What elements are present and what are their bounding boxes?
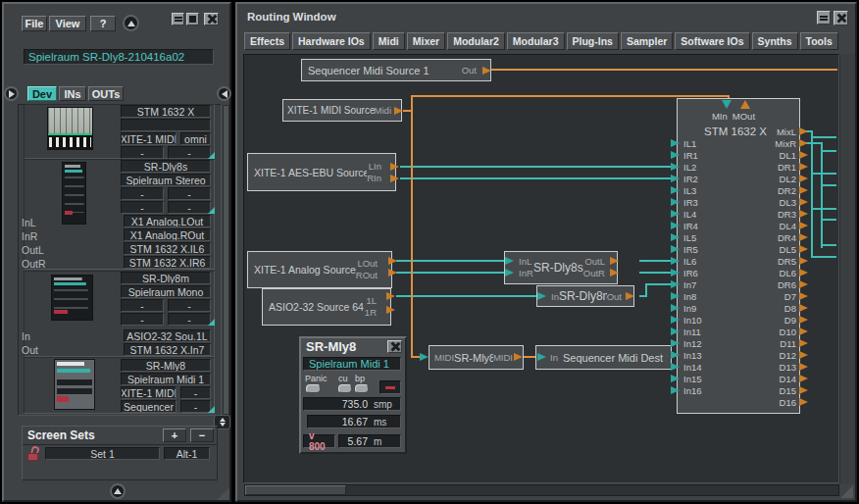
wire-mix-bus-tap[interactable]	[811, 173, 836, 175]
tab-scroll-right-button[interactable]	[217, 86, 231, 101]
routing-tab[interactable]: Effects	[244, 32, 290, 50]
wire-mix-bus-v1[interactable]	[811, 130, 813, 258]
input-arrow-icon[interactable]	[505, 257, 514, 265]
stm-input-port[interactable]: IR6	[671, 267, 739, 278]
output-arrow-icon[interactable]	[388, 257, 397, 265]
device-field[interactable]: -	[121, 201, 164, 214]
stm-input-port[interactable]: IL3	[671, 184, 739, 196]
routing-tab[interactable]: Tools	[800, 32, 838, 50]
output-arrow-icon[interactable]	[388, 269, 397, 277]
stm-output-port[interactable]: D9	[737, 314, 808, 326]
device-name-field[interactable]: SR-Dly8m	[121, 272, 211, 284]
stm-input-port[interactable]: In10	[671, 314, 739, 326]
stm-output-port[interactable]: D15	[737, 384, 808, 396]
wire-seq-out[interactable]	[491, 69, 837, 71]
stm-input-port[interactable]: IL1	[671, 137, 739, 149]
version-field[interactable]: v 800	[303, 434, 335, 448]
routing-close-button[interactable]	[834, 11, 848, 25]
input-arrow-icon[interactable]	[505, 269, 514, 277]
output-arrow-icon[interactable]	[390, 175, 399, 182]
wire-dly8m-out-seg2[interactable]	[645, 283, 647, 297]
module-sr-dly8s[interactable]: InL InR SR-Dly8s OutL OutR	[504, 251, 618, 284]
module-sr-dly8m[interactable]: In SR-Dly8m Out	[536, 285, 634, 307]
output-arrow-icon[interactable]	[610, 257, 619, 265]
bottom-collapse-button[interactable]	[110, 483, 126, 499]
stm-input-port[interactable]: IR1	[671, 149, 739, 161]
screen-set-alt-field[interactable]: Alt-1	[164, 447, 210, 460]
wire-mix-bus-tap[interactable]	[821, 244, 836, 246]
screen-set-remove-button[interactable]: −	[190, 428, 214, 442]
stm-input-port[interactable]: IR4	[671, 220, 739, 231]
port-assignment-field[interactable]: STM 1632 X.IR6	[124, 256, 211, 269]
stm-output-port[interactable]: D11	[737, 337, 808, 349]
output-arrow-icon[interactable]	[514, 353, 523, 361]
wire-dly8m-out-to-in7[interactable]	[645, 283, 672, 285]
routing-tab[interactable]: Modular2	[447, 32, 505, 50]
device-field[interactable]: -	[121, 313, 164, 326]
output-arrow-icon[interactable]	[386, 306, 395, 314]
stm-output-port[interactable]: D14	[737, 373, 808, 384]
routing-tab[interactable]: Software IOs	[675, 32, 749, 50]
routing-tab[interactable]: Hardware IOs	[292, 32, 371, 50]
record-display[interactable]	[379, 380, 401, 394]
routing-tab[interactable]: Plug-Ins	[567, 32, 619, 50]
stm-input-port[interactable]: In7	[671, 278, 739, 290]
minimize-button[interactable]	[172, 13, 184, 25]
close-button[interactable]	[204, 13, 219, 25]
stm-output-port[interactable]: MixL	[737, 126, 808, 137]
module-xite-analog-source[interactable]: XITE-1 Analog Source LOut ROut	[247, 251, 392, 288]
stm-input-port[interactable]: In15	[671, 373, 739, 384]
stm-output-port[interactable]: D8	[737, 302, 808, 314]
output-arrow-icon[interactable]	[610, 269, 619, 277]
wire-mix-bus-tap[interactable]	[811, 208, 836, 210]
device-field[interactable]: Spielraum Stereo	[121, 174, 211, 186]
routing-tab[interactable]: Mixer	[407, 32, 445, 50]
stm-output-port[interactable]: DL3	[737, 196, 808, 208]
module-asio-source[interactable]: ASIO2-32 Source 64 1L 1R	[262, 288, 391, 326]
resize-grip-icon[interactable]	[217, 487, 229, 500]
device-field[interactable]: -	[121, 299, 164, 312]
output-arrow-icon[interactable]	[482, 67, 491, 75]
h-scrollbar-thumb[interactable]	[245, 485, 346, 495]
device-field[interactable]: Spielraum Mono	[121, 285, 211, 298]
module-sequencer-midi-dest[interactable]: In Sequencer Midi Dest 1	[535, 345, 672, 370]
panic-button[interactable]	[306, 384, 321, 393]
menu-file-button[interactable]: File	[22, 16, 47, 31]
output-arrow-icon[interactable]	[390, 163, 399, 171]
module-sr-mly8-midi[interactable]: MIDI SR-Mly8 MIDI	[429, 345, 524, 370]
stm-input-port[interactable]: In11	[671, 326, 739, 337]
device-field[interactable]: -	[168, 299, 211, 312]
device-field[interactable]: -	[168, 187, 211, 200]
output-arrow-icon[interactable]	[386, 292, 395, 300]
ms-field[interactable]: 16.67 ms	[307, 415, 401, 428]
device-field[interactable]: -	[180, 386, 211, 399]
stm-input-port[interactable]: IR2	[671, 173, 739, 184]
device-field[interactable]: omni	[180, 132, 211, 145]
stm-input-port[interactable]: In14	[671, 361, 739, 373]
stm-output-port[interactable]: DR3	[737, 208, 808, 220]
wire-midi-net-top[interactable]	[411, 95, 730, 97]
screen-set-name-field[interactable]: Set 1	[45, 447, 160, 460]
bp-button[interactable]	[355, 384, 369, 393]
stm-input-port[interactable]: IR3	[671, 196, 739, 208]
stm-output-port[interactable]: DL1	[737, 149, 808, 161]
device-field[interactable]: Spielraum Midi 1	[121, 373, 211, 385]
output-arrow-icon[interactable]	[394, 107, 403, 115]
stm-input-port[interactable]: IL5	[671, 231, 739, 243]
device-field[interactable]: -	[121, 146, 164, 159]
stm-output-port[interactable]: D10	[737, 326, 808, 337]
input-arrow-icon[interactable]	[537, 353, 546, 361]
open-lock-icon[interactable]	[26, 446, 41, 461]
midi-in-arrow-icon[interactable]	[722, 100, 732, 109]
project-name-field[interactable]: Spielraum SR-Dly8-210416a02	[24, 49, 214, 65]
stm-input-port[interactable]: In13	[671, 349, 739, 361]
routing-tab[interactable]: Sampler	[621, 32, 673, 50]
device-field[interactable]: XITE-1 MIDI	[121, 386, 177, 399]
meters-field[interactable]: 5.67 m	[338, 434, 401, 448]
tab-outs[interactable]: OUTs	[88, 86, 124, 101]
resize-grip-icon[interactable]	[840, 485, 853, 498]
stm-output-port[interactable]: DL6	[737, 267, 808, 278]
wire-mix-bus-tap[interactable]	[811, 136, 836, 138]
routing-tab[interactable]: Midi	[373, 32, 405, 50]
input-arrow-icon[interactable]	[420, 353, 429, 361]
